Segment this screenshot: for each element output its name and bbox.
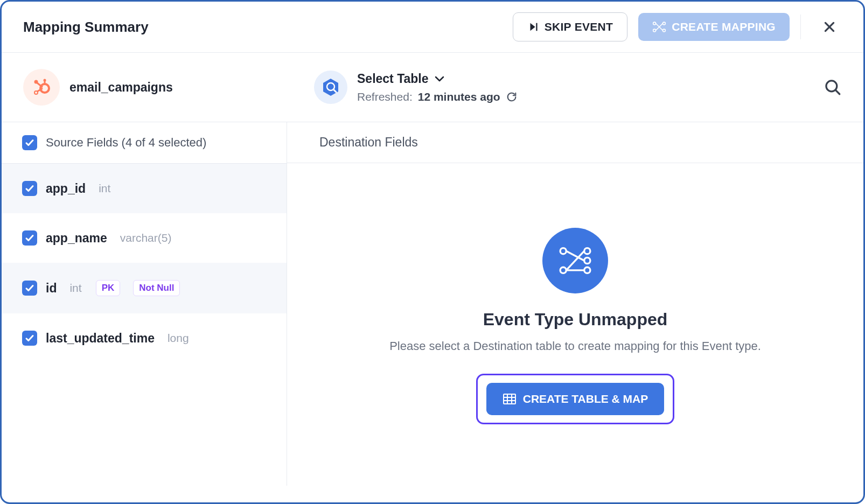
- field-checkbox[interactable]: [22, 281, 37, 296]
- pk-badge: PK: [96, 280, 121, 296]
- svg-point-23: [584, 248, 590, 254]
- field-type: long: [168, 332, 189, 345]
- source-field-row[interactable]: idintPKNot Null: [2, 263, 287, 313]
- svg-point-22: [560, 267, 566, 273]
- empty-state-title: Event Type Unmapped: [483, 310, 668, 330]
- svg-point-4: [663, 29, 666, 32]
- mapping-graph-icon: [542, 228, 608, 293]
- field-type: int: [69, 282, 81, 295]
- field-name: id: [46, 281, 57, 296]
- field-type: int: [99, 182, 110, 195]
- page-title: Mapping Summary: [23, 19, 149, 36]
- field-name: last_updated_time: [46, 331, 155, 346]
- field-checkbox[interactable]: [22, 181, 37, 196]
- select-table-label: Select Table: [357, 72, 429, 86]
- header-actions: SKIP EVENT CREATE MAPPING: [513, 12, 842, 41]
- svg-point-3: [663, 22, 666, 25]
- svg-point-2: [653, 29, 656, 32]
- destination-cell: Select Table Refreshed: 12 minutes ago: [314, 71, 824, 104]
- field-type: varchar(5): [120, 232, 172, 244]
- mapping-icon: [652, 20, 666, 33]
- skip-event-label: SKIP EVENT: [545, 20, 613, 33]
- empty-state-description: Please select a Destination table to cre…: [389, 339, 761, 353]
- destination-fields-header: Destination Fields: [287, 122, 863, 163]
- chevron-down-icon: [434, 75, 445, 82]
- refreshed-time: 12 minutes ago: [418, 90, 500, 103]
- header: Mapping Summary SKIP EVENT: [2, 2, 863, 53]
- skip-icon: [527, 21, 539, 33]
- field-checkbox[interactable]: [22, 230, 37, 246]
- svg-point-21: [560, 248, 566, 254]
- notnull-badge: Not Null: [133, 280, 180, 296]
- source-cell: email_campaigns: [23, 69, 314, 106]
- search-button[interactable]: [824, 78, 842, 96]
- cta-highlight-box: CREATE TABLE & MAP: [476, 374, 675, 424]
- panels: Source Fields (4 of 4 selected) app_idin…: [2, 122, 863, 486]
- svg-point-24: [584, 257, 590, 263]
- bigquery-icon: [314, 71, 347, 104]
- svg-rect-29: [504, 394, 515, 404]
- select-all-checkbox[interactable]: [22, 135, 37, 150]
- destination-stack: Select Table Refreshed: 12 minutes ago: [357, 72, 518, 103]
- select-table-dropdown[interactable]: Select Table: [357, 72, 518, 86]
- refresh-button[interactable]: [506, 91, 518, 103]
- search-icon: [824, 78, 842, 96]
- create-table-and-map-label: CREATE TABLE & MAP: [523, 393, 648, 405]
- source-fields-header-label: Source Fields (4 of 4 selected): [46, 136, 206, 150]
- empty-state: Event Type Unmapped Please select a Dest…: [287, 163, 863, 424]
- skip-event-button[interactable]: SKIP EVENT: [513, 12, 627, 41]
- source-fields-header: Source Fields (4 of 4 selected): [2, 122, 287, 164]
- svg-line-20: [836, 90, 840, 94]
- close-button[interactable]: [800, 15, 842, 39]
- create-table-and-map-button[interactable]: CREATE TABLE & MAP: [486, 383, 665, 415]
- svg-point-25: [584, 267, 590, 273]
- svg-line-26: [566, 251, 584, 261]
- create-mapping-label: CREATE MAPPING: [672, 20, 776, 33]
- create-mapping-button[interactable]: CREATE MAPPING: [638, 13, 790, 41]
- hubspot-icon: [23, 69, 60, 106]
- table-icon: [503, 393, 517, 405]
- svg-marker-16: [323, 79, 338, 96]
- refreshed-prefix: Refreshed:: [357, 90, 413, 103]
- source-field-row[interactable]: app_idint: [2, 164, 287, 213]
- source-name: email_campaigns: [69, 80, 173, 95]
- source-field-row[interactable]: app_namevarchar(5): [2, 213, 287, 263]
- destination-fields-panel: Destination Fields Event Type Unmapped P…: [287, 122, 863, 486]
- field-name: app_id: [46, 181, 86, 196]
- field-checkbox[interactable]: [22, 331, 37, 346]
- svg-point-14: [44, 79, 46, 82]
- source-fields-list: app_idintapp_namevarchar(5)idintPKNot Nu…: [2, 164, 287, 363]
- close-icon: [822, 20, 836, 34]
- field-name: app_name: [46, 231, 107, 246]
- svg-point-1: [653, 22, 656, 25]
- app-frame: Mapping Summary SKIP EVENT: [0, 0, 865, 504]
- source-field-row[interactable]: last_updated_timelong: [2, 313, 287, 363]
- source-fields-panel: Source Fields (4 of 4 selected) app_idin…: [2, 122, 287, 486]
- refreshed-line: Refreshed: 12 minutes ago: [357, 90, 518, 103]
- source-destination-row: email_campaigns Select Table: [2, 53, 863, 122]
- svg-line-27: [566, 251, 584, 270]
